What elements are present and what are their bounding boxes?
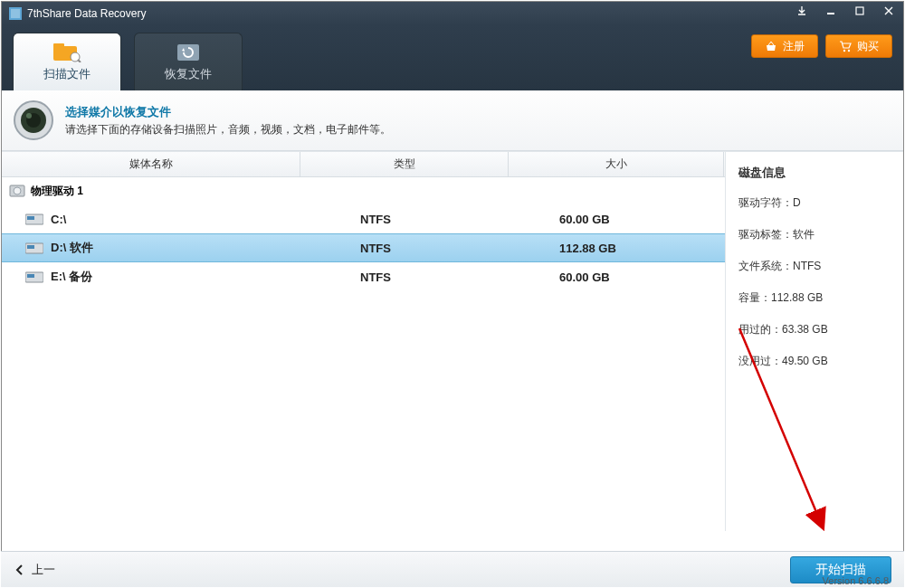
fs-value: NTFS: [793, 260, 821, 272]
register-button[interactable]: 注册: [751, 34, 818, 58]
app-icon: [9, 7, 22, 20]
capacity-value: 112.88 GB: [771, 291, 823, 304]
content: 媒体名称 类型 大小 物理驱动 1 C:\ NTFS 60.00 GB D: [2, 151, 903, 531]
svg-rect-7: [177, 44, 199, 61]
col-size[interactable]: 大小: [509, 152, 724, 176]
maximize-button[interactable]: [847, 2, 872, 20]
drive-type: NTFS: [300, 270, 509, 284]
title-bar: 7thShare Data Recovery: [2, 2, 903, 25]
drive-list-pane: 媒体名称 类型 大小 物理驱动 1 C:\ NTFS 60.00 GB D: [2, 152, 726, 531]
svg-rect-17: [27, 216, 34, 220]
drive-row-d[interactable]: D:\ 软件 NTFS 112.88 GB: [2, 233, 725, 262]
drive-icon: [25, 212, 43, 226]
capacity-label: 容量：: [738, 291, 771, 304]
info-subtitle: 请选择下面的存储设备扫描照片，音频，视频，文档，电子邮件等。: [65, 122, 391, 138]
col-name[interactable]: 媒体名称: [2, 152, 300, 176]
svg-point-9: [848, 50, 850, 52]
letter-label: 驱动字符：: [738, 196, 793, 209]
drive-size: 60.00 GB: [509, 270, 724, 284]
group-label: 物理驱动 1: [31, 184, 83, 199]
drive-type: NTFS: [300, 213, 509, 226]
svg-rect-19: [27, 245, 34, 249]
drive-type: NTFS: [300, 242, 509, 255]
drive-icon: [25, 241, 43, 255]
fs-label: 文件系统：: [738, 260, 793, 272]
buy-label: 购买: [857, 39, 879, 54]
download-icon[interactable]: [789, 2, 814, 20]
svg-rect-3: [856, 7, 863, 14]
tab-recover-files[interactable]: 恢复文件: [134, 33, 243, 90]
drive-row-e[interactable]: E:\ 备份 NTFS 60.00 GB: [2, 262, 725, 291]
tab-recover-label: 恢复文件: [165, 66, 212, 82]
cart-icon: [839, 40, 852, 52]
arrow-left-icon: [14, 564, 26, 576]
label-label: 驱动标签：: [738, 228, 793, 241]
used-label: 用过的：: [738, 323, 782, 336]
version-text: Version 6.6.6.8: [823, 575, 889, 586]
drive-name: E:\ 备份: [51, 269, 92, 285]
letter-value: D: [793, 196, 801, 209]
footer: 上一 开始扫描: [1, 551, 904, 587]
drive-name: D:\ 软件: [51, 240, 93, 256]
svg-point-13: [26, 113, 32, 119]
svg-rect-1: [11, 9, 20, 18]
used-value: 63.38 GB: [782, 323, 828, 336]
tab-scan-files[interactable]: 扫描文件: [13, 33, 121, 90]
disk-info-pane: 磁盘信息 驱动字符：D 驱动标签：软件 文件系统：NTFS 容量：112.88 …: [726, 152, 903, 531]
svg-point-8: [843, 50, 845, 52]
close-button[interactable]: [876, 2, 901, 20]
hdd-icon: [9, 183, 25, 199]
col-type[interactable]: 类型: [300, 152, 509, 176]
basket-icon: [765, 40, 777, 52]
drive-row-c[interactable]: C:\ NTFS 60.00 GB: [2, 204, 725, 233]
physical-drive-group[interactable]: 物理驱动 1: [2, 177, 725, 204]
window-title: 7thShare Data Recovery: [27, 7, 146, 20]
camera-lens-icon: [13, 100, 54, 141]
back-button[interactable]: 上一: [14, 562, 55, 578]
svg-rect-21: [27, 274, 34, 278]
register-label: 注册: [783, 39, 805, 54]
free-value: 49.50 GB: [782, 355, 828, 367]
label-value: 软件: [793, 228, 814, 241]
disk-info-heading: 磁盘信息: [738, 165, 891, 181]
drive-size: 60.00 GB: [509, 213, 724, 226]
folder-search-icon: [52, 43, 81, 62]
svg-point-15: [14, 187, 21, 194]
svg-rect-2: [827, 13, 834, 14]
buy-button[interactable]: 购买: [825, 34, 892, 58]
drive-size: 112.88 GB: [509, 242, 724, 255]
drive-name: C:\: [51, 213, 66, 226]
header: 扫描文件 恢复文件 注册 购买: [2, 25, 903, 90]
table-header: 媒体名称 类型 大小: [2, 152, 725, 177]
info-title: 选择媒介以恢复文件: [65, 104, 391, 120]
minimize-button[interactable]: [818, 2, 843, 20]
tab-scan-label: 扫描文件: [43, 66, 90, 82]
back-label: 上一: [32, 562, 55, 578]
recover-icon: [174, 43, 203, 62]
info-strip: 选择媒介以恢复文件 请选择下面的存储设备扫描照片，音频，视频，文档，电子邮件等。: [2, 90, 903, 151]
free-label: 没用过：: [738, 355, 782, 367]
svg-rect-5: [53, 43, 64, 49]
drive-icon: [25, 270, 43, 284]
